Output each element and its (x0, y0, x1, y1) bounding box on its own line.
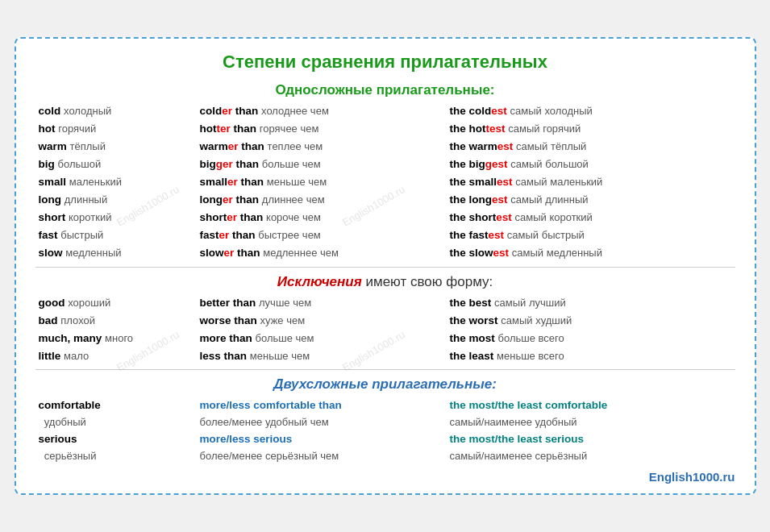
mono-sup-cell: the longest самый длинный (447, 192, 735, 209)
mono-base-cell: short короткий (35, 210, 197, 227)
footer-brand: English1000.ru (35, 470, 735, 484)
mono-base-cell: small маленький (35, 174, 197, 191)
mono-sup-cell: the hottest самый горячий (447, 121, 735, 138)
di-comp-cell: more/less comfortable thanболее/менее уд… (197, 397, 447, 430)
di-sup-cell: the most/the least seriousсамый/наименее… (447, 431, 735, 464)
mono-comp-cell: hotter than горячее чем (197, 121, 447, 138)
exc-comp-cell: worse than хуже чем (197, 313, 447, 330)
mono-sup-cell: the fastest самый быстрый (447, 227, 735, 244)
mono-sup-cell: the biggest самый большой (447, 156, 735, 173)
mono-comp-cell: colder than холоднее чем (197, 103, 447, 120)
exc-sup-cell: the most больше всего (447, 330, 735, 347)
main-card: English1000.ru English1000.ru English100… (15, 37, 756, 494)
di-comp-cell: more/less seriousболее/менее серьёзный ч… (197, 431, 447, 464)
exc-base-cell: much, many много (35, 330, 197, 347)
mono-comp-cell: shorter than короче чем (197, 210, 447, 227)
exc-sup-cell: the least меньше всего (447, 348, 735, 365)
mono-sup-cell: the coldest самый холодный (447, 103, 735, 120)
mono-comp-cell: longer than длиннее чем (197, 192, 447, 209)
monosyllabic-grid: cold холодныйcolder than холоднее чемthe… (35, 103, 735, 261)
exc-sup-cell: the worst самый худший (447, 313, 735, 330)
mono-base-cell: long длинный (35, 192, 197, 209)
exc-base-cell: little мало (35, 348, 197, 365)
mono-base-cell: cold холодный (35, 103, 197, 120)
mono-sup-cell: the shortest самый короткий (447, 210, 735, 227)
di-base-cell: serious серьёзный (35, 431, 197, 464)
exc-base-cell: good хороший (35, 295, 197, 312)
mono-base-cell: big большой (35, 156, 197, 173)
mono-sup-cell: the smallest самый маленький (447, 174, 735, 191)
section-exceptions-title: Исключения имеют свою форму: (35, 274, 735, 290)
mono-comp-cell: bigger than больше чем (197, 156, 447, 173)
mono-sup-cell: the warmest самый тёплый (447, 139, 735, 156)
exc-comp-cell: less than меньше чем (197, 348, 447, 365)
exc-sup-cell: the best самый лучший (447, 295, 735, 312)
mono-sup-cell: the slowest самый медленный (447, 245, 735, 262)
di-base-cell: comfortable удобный (35, 397, 197, 430)
mono-comp-cell: faster than быстрее чем (197, 227, 447, 244)
mono-base-cell: warm тёплый (35, 139, 197, 156)
mono-comp-cell: smaller than меньше чем (197, 174, 447, 191)
section-monosyllabic-title: Односложные прилагательные: (35, 82, 735, 98)
exc-comp-cell: more than больше чем (197, 330, 447, 347)
exc-base-cell: bad плохой (35, 313, 197, 330)
disyllabic-grid: comfortable удобныйmore/less comfortable… (35, 397, 735, 464)
exc-comp-cell: better than лучше чем (197, 295, 447, 312)
mono-base-cell: hot горячий (35, 121, 197, 138)
mono-base-cell: fast быстрый (35, 227, 197, 244)
section-disyllabic-title: Двухсложные прилагательные: (35, 376, 735, 393)
page-title: Степени сравнения прилагательных (35, 52, 735, 73)
mono-comp-cell: slower than медленнее чем (197, 245, 447, 262)
mono-base-cell: slow медленный (35, 245, 197, 262)
di-sup-cell: the most/the least comfortableсамый/наим… (447, 397, 735, 430)
mono-comp-cell: warmer than теплее чем (197, 139, 447, 156)
exceptions-grid: good хорошийbetter than лучше чемthe bes… (35, 295, 735, 365)
